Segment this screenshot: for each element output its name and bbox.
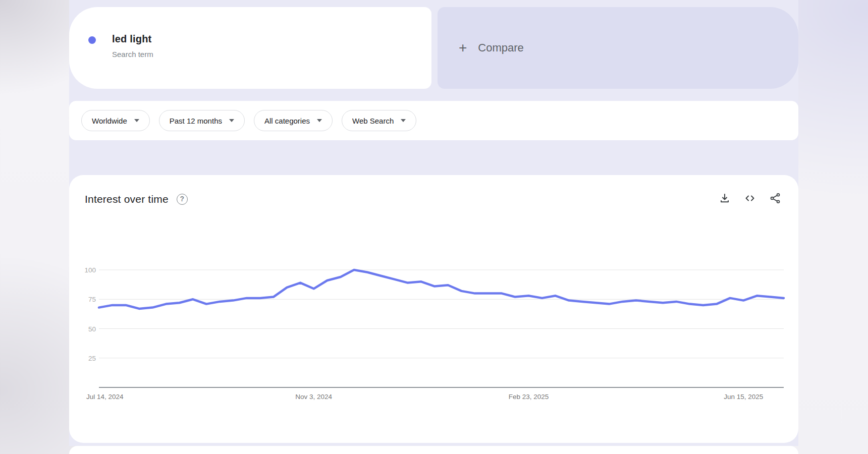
svg-text:Feb 23, 2025: Feb 23, 2025 xyxy=(509,393,549,401)
filter-category-dropdown[interactable]: All categories xyxy=(254,110,333,131)
filter-region-dropdown[interactable]: Worldwide xyxy=(81,110,150,131)
filter-searchtype-dropdown[interactable]: Web Search xyxy=(342,110,416,131)
compare-label: Compare xyxy=(478,41,523,54)
filter-time-dropdown[interactable]: Past 12 months xyxy=(159,110,245,131)
interest-over-time-card: Interest over time ? 100755025Jul 14, 20… xyxy=(69,175,798,443)
svg-text:Nov 3, 2024: Nov 3, 2024 xyxy=(295,393,332,401)
svg-text:100: 100 xyxy=(84,266,96,274)
svg-text:25: 25 xyxy=(88,355,96,362)
chevron-down-icon xyxy=(401,119,406,122)
next-section-card xyxy=(69,446,798,454)
svg-text:Jul 14, 2024: Jul 14, 2024 xyxy=(86,393,124,401)
filter-region-label: Worldwide xyxy=(92,117,127,125)
filter-bar: Worldwide Past 12 months All categories … xyxy=(69,101,798,140)
svg-text:Jun 15, 2025: Jun 15, 2025 xyxy=(724,393,763,401)
filter-category-label: All categories xyxy=(264,117,310,125)
chevron-down-icon xyxy=(229,119,234,122)
search-term-card[interactable]: led light Search term xyxy=(69,7,431,89)
compare-card[interactable]: + Compare xyxy=(438,7,798,89)
search-term-label: led light xyxy=(112,33,153,45)
filter-searchtype-label: Web Search xyxy=(352,117,394,125)
search-term-subtitle: Search term xyxy=(112,50,153,59)
chevron-down-icon xyxy=(317,119,322,122)
trend-line-chart: 100755025Jul 14, 2024Nov 3, 2024Feb 23, … xyxy=(69,175,798,443)
plus-icon: + xyxy=(459,41,467,55)
svg-text:75: 75 xyxy=(88,296,96,303)
series-color-dot-icon xyxy=(88,36,96,44)
svg-text:50: 50 xyxy=(88,325,96,333)
filter-time-label: Past 12 months xyxy=(170,117,222,125)
chevron-down-icon xyxy=(134,119,139,122)
